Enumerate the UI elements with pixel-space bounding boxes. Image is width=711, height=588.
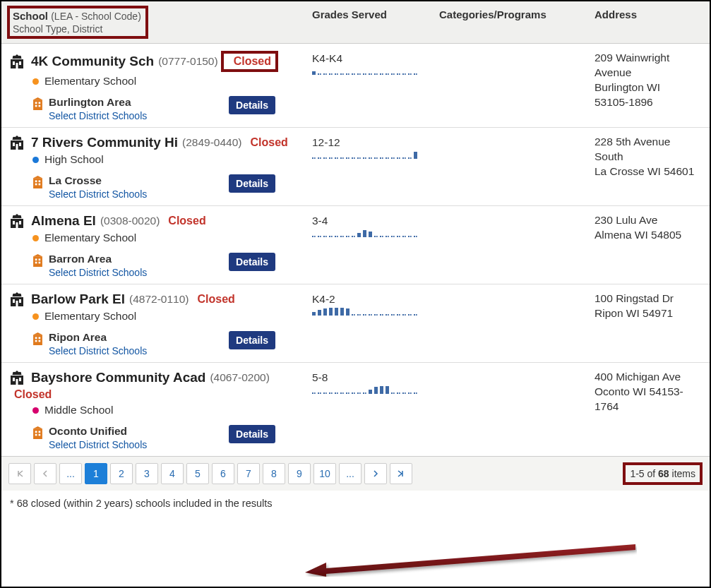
svg-marker-6 (33, 97, 42, 100)
type-dot-icon (32, 407, 39, 414)
details-button[interactable]: Details (229, 253, 275, 271)
district-name[interactable]: La Crosse (49, 174, 147, 187)
select-district-link[interactable]: Select District Schools (49, 267, 147, 278)
building-icon (32, 176, 43, 188)
lea-code: (4872-0110) (129, 293, 189, 306)
svg-rect-46 (13, 378, 15, 381)
page-6-button[interactable]: 6 (212, 463, 234, 484)
page-2-button[interactable]: 2 (110, 463, 133, 484)
svg-rect-53 (35, 434, 37, 436)
details-button[interactable]: Details (229, 331, 275, 349)
page-3-button[interactable]: 3 (136, 463, 158, 484)
header-school[interactable]: School (13, 10, 48, 22)
categories-cell (439, 135, 595, 200)
svg-rect-3 (19, 61, 21, 65)
grades-served: K4-2 (312, 293, 439, 306)
type-dot-icon (32, 78, 39, 85)
details-button[interactable]: Details (229, 96, 275, 114)
lea-code: (4067-0200) (210, 371, 269, 384)
svg-rect-18 (35, 180, 37, 182)
header-categories[interactable]: Categories/Programs (439, 6, 595, 39)
select-district-link[interactable]: Select District Schools (49, 188, 147, 200)
svg-rect-32 (39, 262, 41, 264)
svg-rect-21 (39, 184, 41, 186)
closed-badge: Closed (250, 136, 287, 149)
svg-rect-47 (19, 378, 21, 381)
school-icon (8, 213, 25, 229)
svg-rect-5 (33, 100, 42, 110)
svg-rect-49 (33, 428, 42, 439)
svg-point-33 (13, 294, 16, 296)
svg-rect-10 (39, 105, 41, 107)
page-7-button[interactable]: 7 (237, 463, 260, 484)
page-10-button[interactable]: 10 (313, 463, 336, 484)
address-cell: 400 Michigan AveOconto WI 54153-1764 (595, 370, 697, 450)
school-name[interactable]: 7 Rivers Community Hi (31, 135, 178, 150)
svg-rect-14 (19, 143, 21, 146)
district-name[interactable]: Burlington Area (49, 96, 147, 109)
page-info-pre: 1-5 of (630, 468, 658, 479)
header-grades[interactable]: Grades Served (312, 6, 439, 39)
school-name[interactable]: Almena El (31, 213, 96, 229)
address-cell: 230 Lulu AveAlmena WI 54805 (595, 213, 697, 278)
school-type: Elementary School (44, 75, 136, 88)
categories-cell (439, 51, 595, 121)
page-4-button[interactable]: 4 (161, 463, 184, 484)
svg-rect-4 (16, 63, 18, 68)
school-row: 4K Community Sch(0777-0150)ClosedElement… (1, 44, 710, 127)
school-type: High School (44, 153, 104, 166)
school-name[interactable]: Barlow Park El (31, 292, 125, 307)
select-district-link[interactable]: Select District Schools (49, 110, 147, 121)
svg-marker-55 (305, 544, 635, 577)
svg-rect-26 (16, 222, 18, 228)
school-name[interactable]: Bayshore Community Acad (31, 370, 205, 385)
grades-served: 5-8 (312, 371, 439, 384)
page-next-button[interactable] (364, 463, 387, 484)
school-icon (8, 370, 25, 385)
school-row: 7 Rivers Community Hi(2849-0440)ClosedHi… (1, 127, 710, 205)
page-ellipsis-left[interactable]: ... (59, 463, 82, 484)
details-button[interactable]: Details (229, 425, 275, 443)
address-cell: 228 5th Avenue SouthLa Crosse WI 54601 (595, 135, 697, 200)
header-address[interactable]: Address (595, 6, 700, 39)
district-name[interactable]: Barron Area (49, 253, 147, 265)
district-name[interactable]: Oconto Unified (49, 425, 147, 438)
svg-rect-15 (16, 144, 18, 150)
svg-rect-43 (39, 340, 41, 342)
page-ellipsis-right[interactable]: ... (339, 463, 362, 484)
svg-rect-30 (39, 258, 41, 260)
page-5-button[interactable]: 5 (186, 463, 209, 484)
page-last-button[interactable] (390, 463, 412, 484)
svg-point-1 (18, 56, 21, 59)
svg-rect-2 (13, 61, 15, 65)
school-icon (8, 54, 25, 69)
svg-marker-50 (33, 426, 42, 428)
svg-point-12 (18, 137, 21, 140)
svg-rect-25 (19, 221, 21, 224)
building-icon (32, 254, 43, 266)
lea-code: (2849-0440) (182, 136, 241, 149)
select-district-link[interactable]: Select District Schools (49, 345, 147, 356)
district-name[interactable]: Ripon Area (49, 331, 147, 344)
column-header-row: School (LEA - School Code) School Type, … (1, 1, 710, 44)
grade-sparkline (312, 306, 439, 316)
svg-rect-29 (35, 258, 37, 260)
school-name[interactable]: 4K Community Sch (31, 54, 154, 69)
select-district-link[interactable]: Select District Schools (49, 439, 147, 450)
details-button[interactable]: Details (229, 174, 275, 193)
svg-point-11 (13, 137, 16, 140)
categories-cell (439, 292, 595, 356)
page-8-button[interactable]: 8 (263, 463, 285, 484)
svg-rect-19 (39, 180, 41, 182)
svg-marker-28 (33, 254, 42, 256)
svg-rect-37 (16, 301, 18, 306)
svg-point-23 (18, 215, 21, 218)
page-1-button[interactable]: 1 (85, 463, 107, 484)
page-info-total: 68 (658, 468, 669, 479)
svg-point-22 (13, 215, 16, 218)
page-9-button[interactable]: 9 (288, 463, 311, 484)
type-dot-icon (32, 235, 39, 241)
closed-highlight: Closed (221, 51, 278, 72)
annotation-arrow (305, 541, 637, 577)
closed-badge: Closed (234, 55, 271, 67)
